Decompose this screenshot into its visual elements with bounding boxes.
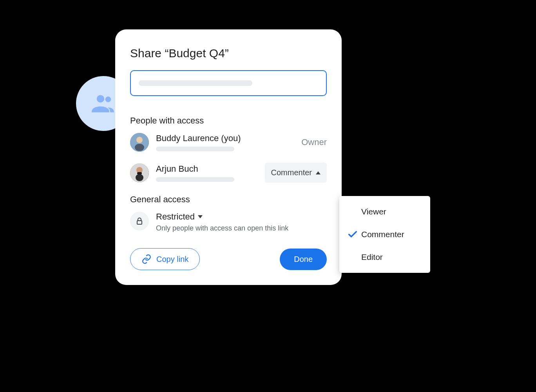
svg-rect-8 [137,172,142,174]
people-section-label: People with access [130,116,327,126]
avatar [130,163,149,182]
people-icon [89,89,118,118]
add-people-input[interactable] [130,70,327,96]
person-info: Arjun Buch [156,164,265,182]
general-info: Restricted Only people with access can o… [156,212,327,232]
person-row: Buddy Laurence (you) Owner [130,133,327,152]
general-access-dropdown[interactable]: Restricted [156,212,327,222]
role-option-label: Commenter [361,230,404,239]
dialog-title: Share “Budget Q4” [130,47,327,60]
svg-point-0 [97,95,104,102]
svg-rect-9 [137,221,142,224]
role-dropdown-label: Commenter [271,168,312,177]
done-button[interactable]: Done [280,249,327,270]
chevron-up-icon [316,171,321,174]
role-dropdown[interactable]: Commenter [265,163,327,183]
role-label-owner: Owner [301,137,327,147]
person-row: Arjun Buch Commenter [130,163,327,183]
copy-link-label: Copy link [156,255,188,264]
person-name: Buddy Laurence (you) [156,133,301,143]
email-skeleton [156,147,234,151]
general-access-section: General access Restricted Only people wi… [130,194,327,232]
copy-link-button[interactable]: Copy link [130,248,200,270]
role-menu: Viewer Commenter Editor [339,196,430,273]
role-option-label: Viewer [361,207,386,216]
done-label: Done [294,255,313,263]
input-placeholder-skeleton [139,80,252,86]
svg-point-3 [136,137,143,143]
general-access-description: Only people with access can open this li… [156,224,327,232]
avatar [130,133,149,152]
role-option-label: Editor [361,252,383,262]
lock-icon [135,216,144,226]
person-info: Buddy Laurence (you) [156,133,301,151]
svg-rect-7 [136,174,143,181]
share-dialog: Share “Budget Q4” People with access Bud… [115,29,342,285]
link-icon [141,254,152,264]
email-skeleton [156,177,234,182]
role-option-viewer[interactable]: Viewer [339,201,430,223]
person-name: Arjun Buch [156,164,265,174]
general-access-row: Restricted Only people with access can o… [130,212,327,232]
dialog-footer: Copy link Done [130,248,327,270]
svg-point-1 [105,96,111,102]
general-section-label: General access [130,194,327,205]
role-option-commenter[interactable]: Commenter [339,223,430,246]
chevron-down-icon [198,215,203,218]
lock-icon-circle [130,212,149,230]
check-icon [347,229,358,240]
svg-rect-4 [135,144,144,151]
role-option-editor[interactable]: Editor [339,246,430,268]
general-access-title: Restricted [156,212,195,222]
check-slot [347,229,361,240]
